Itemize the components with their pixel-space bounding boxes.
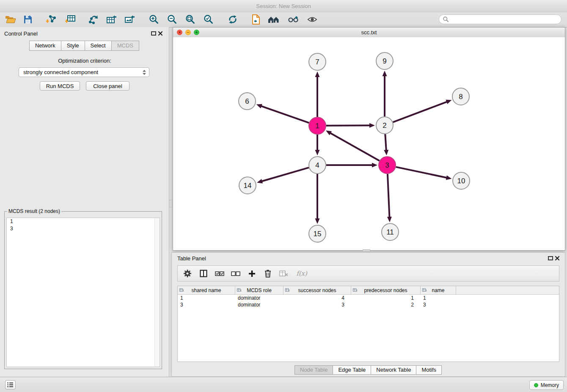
zoom-selected-button[interactable] bbox=[201, 13, 216, 26]
style-button[interactable] bbox=[286, 13, 300, 26]
close-window-button[interactable]: × bbox=[177, 30, 182, 35]
open-document-button[interactable] bbox=[249, 13, 263, 26]
float-panel-button[interactable] bbox=[151, 31, 156, 36]
column-header-name[interactable]: name bbox=[421, 286, 456, 294]
graph-edge-2-3[interactable] bbox=[385, 134, 386, 151]
graph-edge-1-2[interactable] bbox=[326, 125, 370, 126]
import-network-button[interactable] bbox=[44, 13, 58, 26]
column-header-MCDS-role[interactable]: MCDS role bbox=[235, 286, 284, 294]
task-history-button[interactable] bbox=[5, 380, 16, 389]
delete-table-icon bbox=[279, 270, 289, 277]
open-session-button[interactable] bbox=[3, 13, 18, 26]
table-cell[interactable]: 3 bbox=[421, 301, 456, 308]
search-box[interactable] bbox=[439, 14, 561, 24]
control-panel-title: Control Panel bbox=[4, 30, 38, 37]
table-cell[interactable]: 1 bbox=[351, 295, 421, 301]
graph-node-label: 14 bbox=[244, 182, 252, 190]
import-table-icon bbox=[65, 14, 76, 25]
mcds-result-list[interactable]: 13 bbox=[6, 218, 160, 367]
table-cell[interactable]: 1 bbox=[178, 295, 235, 301]
optimization-criterion-label: Optimization criterion: bbox=[0, 58, 169, 64]
node-table: shared nameMCDS rolesuccessor nodesprede… bbox=[177, 286, 559, 362]
maximize-window-button[interactable]: + bbox=[194, 30, 199, 35]
export-network-button[interactable] bbox=[85, 13, 100, 26]
column-sort-icon bbox=[179, 288, 184, 293]
memory-button[interactable]: Memory bbox=[529, 380, 564, 390]
run-mcds-button[interactable]: Run MCDS bbox=[40, 81, 80, 91]
graph-node-label: 7 bbox=[315, 58, 319, 66]
minimize-window-button[interactable]: − bbox=[185, 30, 191, 35]
tab-node-table[interactable]: Node Table bbox=[295, 365, 333, 375]
add-row-button[interactable] bbox=[245, 268, 258, 279]
graph-edge-2-8[interactable] bbox=[393, 102, 448, 122]
table-row[interactable]: 1dominator411 bbox=[178, 295, 559, 301]
network-window-titlebar[interactable]: × − + scc.txt bbox=[173, 28, 565, 38]
select-all-rows-button[interactable] bbox=[213, 268, 226, 279]
tab-network-table[interactable]: Network Table bbox=[371, 365, 416, 375]
result-item[interactable]: 1 bbox=[7, 218, 160, 225]
table-panel-title: Table Panel bbox=[177, 255, 206, 262]
tab-edge-table[interactable]: Edge Table bbox=[333, 365, 371, 375]
trash-icon bbox=[264, 269, 272, 278]
result-item[interactable]: 3 bbox=[7, 225, 160, 232]
table-cell[interactable]: 3 bbox=[178, 301, 235, 308]
graph-edge-3-11[interactable] bbox=[388, 174, 390, 218]
tab-select[interactable]: Select bbox=[85, 41, 112, 51]
table-cell[interactable]: dominator bbox=[235, 301, 284, 308]
graph-node-label: 9 bbox=[383, 57, 386, 65]
graph-edge-1-6[interactable] bbox=[261, 106, 309, 123]
graph-edge-3-10[interactable] bbox=[396, 167, 447, 178]
unselect-all-rows-button[interactable] bbox=[229, 268, 242, 279]
delete-rows-button[interactable] bbox=[261, 268, 274, 279]
tab-network[interactable]: Network bbox=[29, 41, 61, 51]
graph-edge-arrowhead bbox=[446, 100, 451, 104]
column-header-predecessor-nodes[interactable]: predecessor nodes bbox=[351, 286, 421, 294]
tab-style[interactable]: Style bbox=[61, 41, 85, 51]
export-image-button[interactable] bbox=[122, 13, 137, 26]
refresh-view-button[interactable] bbox=[226, 13, 240, 26]
table-row[interactable]: 3dominator323 bbox=[178, 301, 559, 308]
show-columns-button[interactable] bbox=[197, 268, 210, 279]
window-titlebar[interactable]: Session: New Session bbox=[0, 0, 567, 12]
tab-motifs[interactable]: Motifs bbox=[416, 365, 442, 375]
column-sort-icon bbox=[422, 288, 427, 293]
table-cell[interactable]: 1 bbox=[421, 295, 456, 301]
export-table-icon bbox=[106, 14, 117, 25]
delete-table-button[interactable] bbox=[278, 268, 290, 279]
zoom-fit-button[interactable] bbox=[183, 13, 198, 26]
graph-edge-3-1[interactable] bbox=[330, 133, 380, 161]
graphics-details-button[interactable] bbox=[305, 13, 319, 26]
network-graph-svg[interactable]: 7968124314101511 bbox=[173, 37, 565, 250]
column-header-shared-name[interactable]: shared name bbox=[178, 286, 235, 294]
tab-mcds[interactable]: MCDS bbox=[111, 41, 139, 51]
table-cell[interactable]: dominator bbox=[235, 295, 284, 301]
table-options-button[interactable] bbox=[181, 268, 194, 279]
table-cell[interactable]: 4 bbox=[284, 295, 351, 301]
zoom-in-button[interactable] bbox=[147, 13, 161, 26]
import-table-button[interactable] bbox=[63, 13, 78, 26]
table-cell[interactable]: 2 bbox=[351, 301, 421, 308]
column-header-successor-nodes[interactable]: successor nodes bbox=[284, 286, 351, 294]
window-splitter-handle[interactable] bbox=[363, 249, 370, 252]
search-icon bbox=[443, 17, 449, 22]
graph-node-label: 10 bbox=[457, 177, 465, 185]
table-panel-tabs: Node TableEdge TableNetwork TableMotifs bbox=[172, 365, 565, 375]
panel-splitter-handle[interactable] bbox=[169, 200, 172, 207]
graph-node-label: 8 bbox=[459, 93, 462, 101]
criterion-select[interactable]: strongly connected component bbox=[19, 67, 149, 77]
close-panel-x-button[interactable] bbox=[158, 30, 164, 36]
network-home-button[interactable] bbox=[267, 13, 281, 26]
save-session-button[interactable] bbox=[21, 13, 35, 26]
close-icon bbox=[158, 31, 163, 36]
close-panel-button[interactable]: Close panel bbox=[86, 81, 129, 91]
close-table-panel-button[interactable] bbox=[555, 255, 561, 261]
graph-edge-4-14[interactable] bbox=[261, 168, 309, 182]
float-table-panel-button[interactable] bbox=[548, 256, 553, 260]
search-input[interactable] bbox=[451, 16, 557, 23]
function-builder-button[interactable]: f(x) bbox=[294, 268, 310, 279]
network-canvas[interactable]: 7968124314101511 bbox=[173, 37, 565, 250]
zoom-out-button[interactable] bbox=[165, 13, 179, 26]
table-cell[interactable]: 3 bbox=[284, 301, 351, 308]
result-scrollbar[interactable] bbox=[154, 218, 160, 367]
export-table-button[interactable] bbox=[104, 13, 118, 26]
